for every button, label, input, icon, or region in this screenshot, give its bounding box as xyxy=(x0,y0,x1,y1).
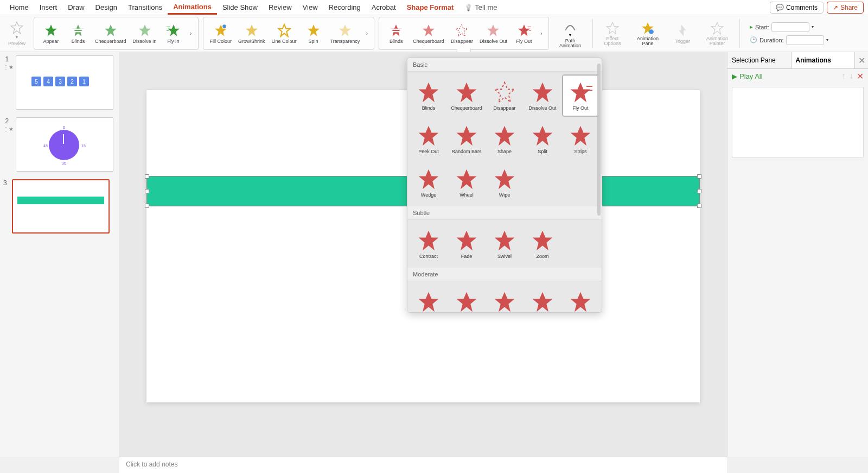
effect-exit-blinds[interactable]: Blinds xyxy=(382,22,410,45)
comments-button[interactable]: 💬Comments xyxy=(770,2,824,14)
gallery-item-blinds[interactable]: Blinds xyxy=(410,74,447,117)
gallery-item-wheel[interactable]: Wheel xyxy=(448,161,485,204)
gallery-item-chequerboard[interactable]: Chequerboard xyxy=(448,74,485,117)
share-button[interactable]: ↗Share xyxy=(827,2,864,14)
effect-label: Blinds xyxy=(72,39,85,44)
gallery-item-dissolve-out[interactable]: Dissolve Out xyxy=(524,74,561,117)
effect-disappear[interactable]: Disappear xyxy=(448,22,476,45)
tab-recording[interactable]: Recording xyxy=(323,1,366,14)
star-icon xyxy=(104,23,118,37)
effect-appear[interactable]: Appear xyxy=(37,22,65,45)
effect-fill-colour[interactable]: Fill Colour xyxy=(207,22,235,45)
play-icon: ▸ xyxy=(750,23,753,30)
path-animation-button[interactable]: ▾Path Animation xyxy=(553,17,587,50)
pane-close-button[interactable]: ✕ xyxy=(855,52,868,68)
gallery-item-strips[interactable]: Strips xyxy=(562,118,599,160)
gallery-item-shrink-turn[interactable]: Shrink & Turn xyxy=(524,284,561,312)
effect-dissolve-in[interactable]: Dissolve In xyxy=(130,22,160,45)
gallery-item-centre-revolve[interactable]: Centre Revolve xyxy=(410,284,447,312)
thumb-num-box: 2 xyxy=(67,77,77,86)
effect-label: Disappear xyxy=(451,39,473,44)
gallery-item-disappear[interactable]: Disappear xyxy=(486,74,523,117)
effect-chequerboard[interactable]: Chequerboard xyxy=(92,22,130,45)
tab-home[interactable]: Home xyxy=(4,1,34,14)
svg-marker-0 xyxy=(11,22,23,34)
tab-review[interactable]: Review xyxy=(263,1,297,14)
effect-grow-shrink[interactable]: Grow/Shrink xyxy=(235,22,269,45)
start-field[interactable] xyxy=(771,22,809,32)
delete-button[interactable]: ✕ xyxy=(857,71,864,81)
tab-acrobat[interactable]: Acrobat xyxy=(366,1,401,14)
bulb-icon xyxy=(464,3,473,11)
duration-label: Duration: xyxy=(760,37,784,43)
gallery-item-label: Fly Out xyxy=(572,105,588,111)
gallery-item-collapse[interactable]: Collapse xyxy=(448,284,485,312)
tab-draw[interactable]: Draw xyxy=(62,1,90,14)
selection-pane-tab[interactable]: Selection Pane xyxy=(727,52,792,68)
effect-line-colour[interactable]: Line Colour xyxy=(269,22,300,45)
anim-indicator-icon: ⋮★ xyxy=(3,126,14,132)
effect-exit-chequerboard[interactable]: Chequerboard xyxy=(410,22,448,45)
notes-area[interactable]: Click to add notes xyxy=(119,457,727,473)
gallery-item-zoom[interactable]: Zoom xyxy=(524,223,561,265)
svg-marker-7 xyxy=(168,24,180,36)
tab-view[interactable]: View xyxy=(297,1,323,14)
gallery-item-split[interactable]: Split xyxy=(524,118,561,160)
tab-slideshow[interactable]: Slide Show xyxy=(217,1,263,14)
play-all-button[interactable]: ▶Play All xyxy=(732,72,763,80)
move-up-button[interactable]: ↑ xyxy=(841,71,846,81)
tell-me[interactable]: Tell me xyxy=(464,3,497,11)
emphasis-more[interactable]: › xyxy=(363,30,371,36)
svg-marker-48 xyxy=(419,292,439,312)
entrance-more[interactable]: › xyxy=(187,30,195,36)
gallery-scrollbar[interactable] xyxy=(597,64,601,216)
effect-label: Line Colour xyxy=(272,39,297,44)
effect-fly-out[interactable]: Fly Out xyxy=(510,22,538,45)
gallery-item-fade[interactable]: Fade xyxy=(448,223,485,265)
effect-label: Dissolve In xyxy=(133,39,157,44)
gallery-item-shape[interactable]: Shape xyxy=(486,118,523,160)
gallery-item-sink-down[interactable]: Sink Down xyxy=(562,284,599,312)
tab-insert[interactable]: Insert xyxy=(34,1,63,14)
gallery-item-contract[interactable]: Contract xyxy=(410,223,447,265)
duration-field[interactable] xyxy=(786,35,824,45)
star-icon xyxy=(44,23,58,37)
effect-spin[interactable]: Spin xyxy=(300,22,327,45)
star-icon xyxy=(389,23,403,37)
effect-transparency[interactable]: Transparency xyxy=(327,22,363,45)
stepper-icon[interactable]: ▾ xyxy=(826,37,828,42)
gallery-item-random-bars[interactable]: Random Bars xyxy=(448,118,485,160)
gallery-item-fly-out[interactable]: Fly Out xyxy=(562,74,599,117)
tab-shape-format[interactable]: Shape Format xyxy=(401,1,459,14)
thumbnail-slide-3[interactable] xyxy=(12,179,110,234)
gallery-item-wedge[interactable]: Wedge xyxy=(410,161,447,204)
exit-more[interactable]: › xyxy=(538,30,545,36)
effect-dissolve-out[interactable]: Dissolve Out xyxy=(476,22,510,45)
gallery-item-wipe[interactable]: Wipe xyxy=(486,161,523,204)
effect-blinds[interactable]: Blinds xyxy=(65,22,92,45)
svg-marker-13 xyxy=(278,24,290,36)
exit-gallery: Blinds Chequerboard Disappear Dissolve O… xyxy=(379,17,549,50)
effect-label: Blinds xyxy=(390,39,403,44)
animation-pane-button[interactable]: Animation Pane xyxy=(631,17,665,50)
dropdown-icon[interactable]: ▾ xyxy=(812,24,814,29)
animation-list[interactable] xyxy=(732,87,864,157)
gallery-item-float-out[interactable]: Float Out xyxy=(486,284,523,312)
gallery-item-peek-out[interactable]: Peek Out xyxy=(410,118,447,160)
move-down-button[interactable]: ↓ xyxy=(849,71,853,81)
thumbnail-slide-2[interactable]: 0 15 30 45 xyxy=(16,117,113,172)
effect-fly-in[interactable]: Fly In xyxy=(160,22,187,45)
tab-design[interactable]: Design xyxy=(90,1,123,14)
tab-transitions[interactable]: Transitions xyxy=(123,1,168,14)
svg-marker-37 xyxy=(457,126,477,146)
star-icon xyxy=(245,23,259,37)
animations-pane-tab[interactable]: Animations xyxy=(792,52,856,68)
gallery-item-label: Peek Out xyxy=(418,149,439,154)
effect-label: Chequerboard xyxy=(95,39,126,44)
preview-button[interactable]: ▾ Preview xyxy=(4,17,29,50)
thumbnail-slide-1[interactable]: 5 4 3 2 1 xyxy=(16,55,113,110)
gallery-item-swivel[interactable]: Swivel xyxy=(486,223,523,265)
tab-animations[interactable]: Animations xyxy=(168,1,217,15)
share-icon: ↗ xyxy=(833,4,838,11)
svg-marker-32 xyxy=(533,83,553,103)
